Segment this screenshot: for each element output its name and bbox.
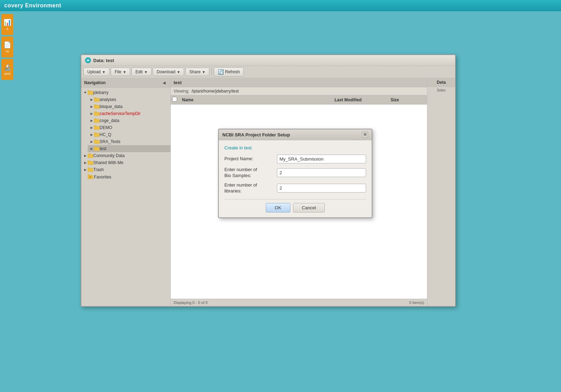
download-label: Download — [157, 69, 175, 74]
svg-rect-26 — [88, 175, 90, 176]
modal-title: NCBI SRA Project Folder Setup — [222, 132, 290, 137]
svg-rect-2 — [88, 90, 90, 92]
hcq-label: HC_Q — [100, 132, 111, 137]
svg-rect-13 — [94, 133, 100, 137]
header-checkbox-col — [172, 97, 181, 103]
left-sidebar: 📊 a 📄 os 🔬 yses — [0, 11, 15, 83]
details-select-label: Selec — [437, 88, 446, 92]
trash-arrow: ▶ — [83, 167, 88, 172]
libraries-input[interactable] — [277, 184, 366, 192]
nav-header: Navigation ◄ — [81, 78, 170, 88]
tree-item-demo[interactable]: ▶ DEMO — [88, 124, 170, 131]
modal-close-button[interactable]: ✕ — [362, 131, 368, 138]
navigation-panel: Navigation ◄ ▼ jdebarry — [81, 78, 171, 306]
tree-item-trash[interactable]: ▶ Trash — [81, 166, 170, 173]
refresh-icon: 🔄 — [218, 69, 224, 75]
bio-samples-input[interactable] — [277, 168, 366, 177]
svg-rect-24 — [88, 168, 90, 169]
bio-samples-row: Enter number ofBio Samples: — [224, 167, 366, 179]
edit-label: Edit — [135, 69, 143, 74]
tree-children-jdebarry: ▶ analyses ▶ bisque_data — [81, 96, 170, 152]
tree-item-shared-with-me[interactable]: ▶ Shared With Me — [81, 159, 170, 166]
tree-item-cache[interactable]: ▶ cacheServiceTempDir — [88, 110, 170, 117]
download-button[interactable]: Download ▼ — [153, 68, 184, 76]
jdebarry-arrow: ▼ — [83, 90, 88, 95]
nav-collapse-button[interactable]: ◄ — [161, 80, 168, 86]
analyses-label: analyses — [100, 97, 116, 102]
tree-item-sra-tests[interactable]: ▶ SRA_Tests — [88, 138, 170, 145]
sidebar-icon-analyses[interactable]: 🔬 yses — [1, 59, 13, 80]
nav-header-label: Navigation — [84, 80, 106, 85]
icon-analyses-label: yses — [4, 72, 11, 75]
tree-item-test[interactable]: ▶ test — [88, 145, 170, 152]
details-subheader: Selec — [427, 87, 455, 94]
icon-a-label: a — [6, 27, 8, 31]
svg-rect-9 — [94, 119, 100, 123]
coge-arrow: ▶ — [89, 118, 94, 123]
share-button[interactable]: Share ▼ — [185, 68, 209, 76]
sidebar-icon-os[interactable]: 📄 os — [1, 36, 13, 58]
svg-rect-15 — [94, 140, 100, 144]
svg-rect-22 — [88, 161, 90, 162]
jdebarry-folder-icon — [88, 90, 93, 95]
share-label: Share — [189, 69, 201, 74]
tree-item-jdebarry[interactable]: ▼ jdebarry — [81, 89, 170, 96]
modal-close-icon: ✕ — [363, 132, 367, 137]
modal-create-in-label: Create in test. — [224, 145, 366, 150]
analyses-arrow: ▶ — [89, 97, 94, 102]
tree-item-favorites[interactable]: ▶ Favorites — [81, 173, 170, 181]
cache-arrow: ▶ — [89, 111, 94, 116]
status-left: Displaying 0 - 0 of 0 — [174, 300, 208, 305]
cancel-button[interactable]: Cancel — [293, 203, 325, 212]
hcq-folder-icon — [94, 132, 100, 137]
status-right: 0 item(s) — [409, 300, 424, 305]
details-header: Deta — [427, 78, 455, 87]
edit-arrow: ▼ — [144, 70, 148, 74]
upload-button[interactable]: Upload ▼ — [83, 68, 109, 76]
bisque-folder-icon — [94, 104, 100, 109]
trash-label: Trash — [93, 167, 104, 172]
edit-button[interactable]: Edit ▼ — [131, 68, 151, 76]
bio-samples-label: Enter number ofBio Samples: — [224, 167, 277, 179]
tree-item-community-data[interactable]: ▶ Community Data — [81, 152, 170, 159]
community-data-label: Community Data — [93, 153, 124, 158]
sidebar-icon-a[interactable]: 📊 a — [1, 14, 13, 35]
share-arrow: ▼ — [202, 70, 205, 74]
project-name-row: Project Name: — [224, 155, 366, 163]
favorites-label: Favorites — [94, 175, 111, 180]
modal-buttons: OK Cancel — [224, 199, 366, 212]
cache-folder-icon — [94, 111, 100, 116]
tree-item-coge[interactable]: ▶ coge_data — [88, 117, 170, 124]
modal-titlebar: NCBI SRA Project Folder Setup ✕ — [219, 129, 372, 140]
refresh-button[interactable]: 🔄 Refresh — [214, 67, 244, 76]
svg-rect-18 — [94, 147, 96, 148]
app-title: covery Environment — [4, 2, 61, 9]
ok-button[interactable]: OK — [266, 203, 290, 212]
demo-label: DEMO — [100, 125, 112, 130]
viewing-label: Viewing: — [174, 89, 189, 94]
toolbar: Upload ▼ File ▼ Edit ▼ Download ▼ Share … — [81, 66, 455, 78]
col-size-header: Size — [391, 97, 426, 102]
project-name-input[interactable] — [277, 155, 366, 163]
tree-item-hcq[interactable]: ▶ HC_Q — [88, 131, 170, 138]
libraries-label: Enter number oflibraries: — [224, 182, 277, 194]
coge-folder-icon — [94, 118, 100, 123]
tree-item-analyses[interactable]: ▶ analyses — [88, 96, 170, 103]
tree-item-bisque-data[interactable]: ▶ bisque_data — [88, 103, 170, 110]
file-button[interactable]: File ▼ — [111, 68, 130, 76]
svg-rect-1 — [88, 91, 93, 95]
favorites-folder-icon — [88, 174, 94, 180]
file-arrow: ▼ — [123, 70, 126, 74]
coge-label: coge_data — [100, 118, 119, 123]
svg-rect-10 — [94, 119, 96, 120]
select-all-checkbox[interactable] — [172, 97, 177, 102]
refresh-label: Refresh — [225, 69, 240, 74]
toolbar-separator — [211, 68, 212, 75]
sra-tests-arrow: ▶ — [89, 139, 94, 144]
col-name-header: Name — [181, 97, 334, 102]
window-titlebar: Data: test — [81, 55, 455, 66]
svg-rect-14 — [94, 133, 96, 134]
svg-rect-20 — [88, 154, 90, 155]
col-modified-header: Last Modified — [334, 97, 391, 102]
svg-rect-3 — [94, 98, 100, 102]
